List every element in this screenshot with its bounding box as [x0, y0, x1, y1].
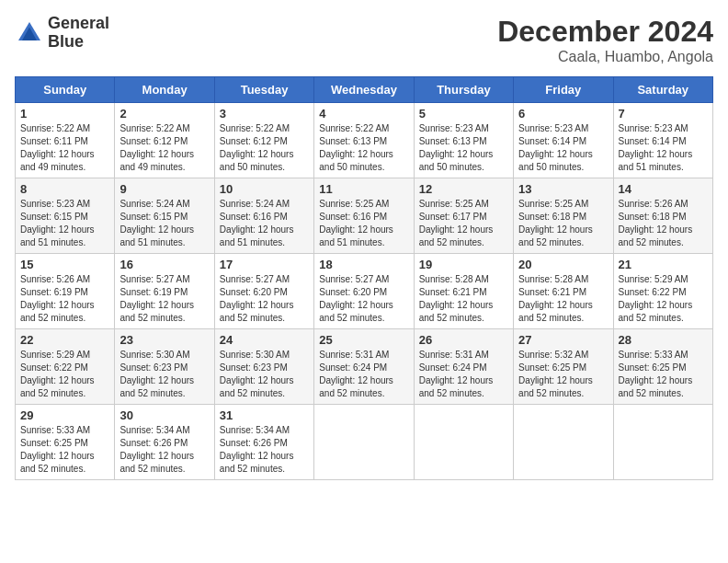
weekday-header: Sunday [16, 77, 115, 103]
calendar-day-cell [314, 405, 414, 480]
calendar-day-cell: 12Sunrise: 5:25 AMSunset: 6:17 PMDayligh… [414, 178, 513, 254]
calendar-day-cell: 8Sunrise: 5:23 AMSunset: 6:15 PMDaylight… [16, 178, 115, 254]
day-number: 19 [419, 258, 508, 271]
calendar-day-cell: 4Sunrise: 5:22 AMSunset: 6:13 PMDaylight… [314, 103, 414, 178]
day-number: 9 [119, 182, 209, 196]
day-number: 26 [419, 333, 508, 347]
day-number: 28 [619, 333, 708, 347]
day-info: Sunrise: 5:32 AMSunset: 6:25 PMDaylight:… [518, 349, 608, 400]
calendar-day-cell: 28Sunrise: 5:33 AMSunset: 6:25 PMDayligh… [613, 329, 712, 405]
day-number: 3 [220, 107, 309, 121]
day-number: 6 [518, 107, 608, 121]
day-info: Sunrise: 5:22 AMSunset: 6:12 PMDaylight:… [119, 122, 209, 174]
calendar-day-cell [414, 405, 513, 480]
calendar-day-cell: 25Sunrise: 5:31 AMSunset: 6:24 PMDayligh… [314, 329, 414, 405]
day-number: 30 [119, 408, 209, 422]
calendar-day-cell: 7Sunrise: 5:23 AMSunset: 6:14 PMDaylight… [613, 103, 712, 178]
day-info: Sunrise: 5:27 AMSunset: 6:19 PMDaylight:… [119, 273, 209, 325]
day-info: Sunrise: 5:27 AMSunset: 6:20 PMDaylight:… [220, 273, 309, 325]
day-number: 23 [119, 333, 209, 347]
calendar-day-cell: 15Sunrise: 5:26 AMSunset: 6:19 PMDayligh… [16, 254, 115, 329]
calendar-day-cell: 2Sunrise: 5:22 AMSunset: 6:12 PMDaylight… [115, 103, 214, 178]
day-number: 1 [20, 107, 109, 121]
day-number: 29 [20, 408, 109, 422]
day-number: 17 [220, 258, 309, 271]
weekday-header-row: SundayMondayTuesdayWednesdayThursdayFrid… [16, 77, 713, 103]
calendar-day-cell: 11Sunrise: 5:25 AMSunset: 6:16 PMDayligh… [314, 178, 414, 254]
day-info: Sunrise: 5:26 AMSunset: 6:18 PMDaylight:… [619, 198, 708, 249]
calendar-day-cell: 19Sunrise: 5:28 AMSunset: 6:21 PMDayligh… [414, 254, 513, 329]
day-number: 14 [619, 182, 708, 196]
day-number: 18 [319, 258, 408, 271]
calendar-day-cell [514, 405, 613, 480]
calendar-week-row: 29Sunrise: 5:33 AMSunset: 6:25 PMDayligh… [16, 405, 713, 480]
day-number: 31 [220, 408, 309, 422]
calendar-day-cell: 31Sunrise: 5:34 AMSunset: 6:26 PMDayligh… [214, 405, 313, 480]
day-number: 2 [119, 107, 209, 121]
day-info: Sunrise: 5:23 AMSunset: 6:13 PMDaylight:… [419, 122, 508, 174]
day-info: Sunrise: 5:33 AMSunset: 6:25 PMDaylight:… [619, 349, 708, 400]
day-number: 8 [20, 182, 109, 196]
calendar-day-cell: 29Sunrise: 5:33 AMSunset: 6:25 PMDayligh… [16, 405, 115, 480]
day-number: 21 [619, 258, 708, 271]
day-info: Sunrise: 5:23 AMSunset: 6:14 PMDaylight:… [518, 122, 608, 174]
day-number: 24 [220, 333, 309, 347]
logo-icon [15, 18, 44, 48]
day-info: Sunrise: 5:30 AMSunset: 6:23 PMDaylight:… [220, 349, 309, 400]
calendar-day-cell: 18Sunrise: 5:27 AMSunset: 6:20 PMDayligh… [314, 254, 414, 329]
day-number: 25 [319, 333, 408, 347]
day-info: Sunrise: 5:34 AMSunset: 6:26 PMDaylight:… [119, 424, 209, 476]
day-number: 7 [619, 107, 708, 121]
day-info: Sunrise: 5:28 AMSunset: 6:21 PMDaylight:… [518, 273, 608, 325]
calendar-week-row: 15Sunrise: 5:26 AMSunset: 6:19 PMDayligh… [16, 254, 713, 329]
day-info: Sunrise: 5:28 AMSunset: 6:21 PMDaylight:… [419, 273, 508, 325]
calendar-day-cell: 1Sunrise: 5:22 AMSunset: 6:11 PMDaylight… [16, 103, 115, 178]
calendar-day-cell: 14Sunrise: 5:26 AMSunset: 6:18 PMDayligh… [613, 178, 712, 254]
weekday-header: Monday [115, 77, 214, 103]
day-info: Sunrise: 5:30 AMSunset: 6:23 PMDaylight:… [119, 349, 209, 400]
day-info: Sunrise: 5:25 AMSunset: 6:17 PMDaylight:… [419, 198, 508, 249]
calendar-table: SundayMondayTuesdayWednesdayThursdayFrid… [15, 76, 713, 480]
day-number: 11 [319, 182, 408, 196]
day-info: Sunrise: 5:29 AMSunset: 6:22 PMDaylight:… [20, 349, 109, 400]
calendar-day-cell: 10Sunrise: 5:24 AMSunset: 6:16 PMDayligh… [214, 178, 313, 254]
logo-text: General Blue [48, 15, 109, 52]
day-info: Sunrise: 5:24 AMSunset: 6:15 PMDaylight:… [119, 198, 209, 249]
calendar-day-cell: 3Sunrise: 5:22 AMSunset: 6:12 PMDaylight… [214, 103, 313, 178]
calendar-week-row: 8Sunrise: 5:23 AMSunset: 6:15 PMDaylight… [16, 178, 713, 254]
day-info: Sunrise: 5:23 AMSunset: 6:15 PMDaylight:… [20, 198, 109, 249]
page-header: General Blue December 2024 Caala, Huambo… [15, 15, 713, 65]
day-info: Sunrise: 5:23 AMSunset: 6:14 PMDaylight:… [619, 122, 708, 174]
calendar-day-cell: 9Sunrise: 5:24 AMSunset: 6:15 PMDaylight… [115, 178, 214, 254]
weekday-header: Friday [514, 77, 613, 103]
weekday-header: Thursday [414, 77, 513, 103]
day-number: 13 [518, 182, 608, 196]
day-number: 27 [518, 333, 608, 347]
day-info: Sunrise: 5:22 AMSunset: 6:11 PMDaylight:… [20, 122, 109, 174]
day-number: 15 [20, 258, 109, 271]
location-title: Caala, Huambo, Angola [497, 49, 713, 65]
day-number: 5 [419, 107, 508, 121]
calendar-day-cell: 6Sunrise: 5:23 AMSunset: 6:14 PMDaylight… [514, 103, 613, 178]
calendar-day-cell: 27Sunrise: 5:32 AMSunset: 6:25 PMDayligh… [514, 329, 613, 405]
day-number: 4 [319, 107, 408, 121]
day-info: Sunrise: 5:22 AMSunset: 6:12 PMDaylight:… [220, 122, 309, 174]
calendar-week-row: 22Sunrise: 5:29 AMSunset: 6:22 PMDayligh… [16, 329, 713, 405]
calendar-day-cell: 17Sunrise: 5:27 AMSunset: 6:20 PMDayligh… [214, 254, 313, 329]
month-title: December 2024 [497, 15, 713, 49]
calendar-day-cell: 20Sunrise: 5:28 AMSunset: 6:21 PMDayligh… [514, 254, 613, 329]
day-number: 10 [220, 182, 309, 196]
day-info: Sunrise: 5:31 AMSunset: 6:24 PMDaylight:… [419, 349, 508, 400]
day-info: Sunrise: 5:25 AMSunset: 6:16 PMDaylight:… [319, 198, 408, 249]
calendar-day-cell: 22Sunrise: 5:29 AMSunset: 6:22 PMDayligh… [16, 329, 115, 405]
day-info: Sunrise: 5:24 AMSunset: 6:16 PMDaylight:… [220, 198, 309, 249]
weekday-header: Wednesday [314, 77, 414, 103]
calendar-day-cell: 30Sunrise: 5:34 AMSunset: 6:26 PMDayligh… [115, 405, 214, 480]
calendar-day-cell: 5Sunrise: 5:23 AMSunset: 6:13 PMDaylight… [414, 103, 513, 178]
calendar-day-cell: 23Sunrise: 5:30 AMSunset: 6:23 PMDayligh… [115, 329, 214, 405]
day-info: Sunrise: 5:22 AMSunset: 6:13 PMDaylight:… [319, 122, 408, 174]
calendar-day-cell: 13Sunrise: 5:25 AMSunset: 6:18 PMDayligh… [514, 178, 613, 254]
calendar-day-cell: 21Sunrise: 5:29 AMSunset: 6:22 PMDayligh… [613, 254, 712, 329]
day-info: Sunrise: 5:31 AMSunset: 6:24 PMDaylight:… [319, 349, 408, 400]
day-info: Sunrise: 5:33 AMSunset: 6:25 PMDaylight:… [20, 424, 109, 476]
